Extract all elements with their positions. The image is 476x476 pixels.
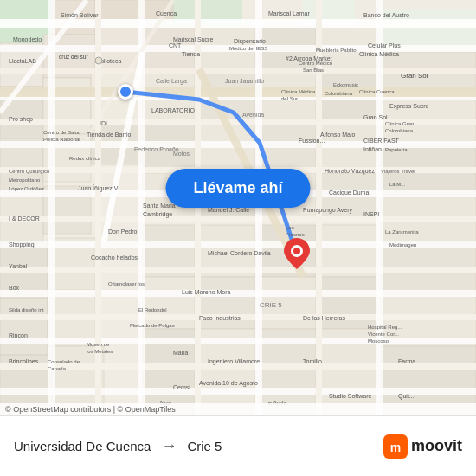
svg-point-184 — [95, 57, 102, 64]
map-background: Simón Bolívar Cuenca Mariscal Lamar Gran… — [0, 0, 476, 415]
svg-text:Centro Médico: Centro Médico — [299, 61, 333, 66]
svg-text:Avenida 10 de Agosto: Avenida 10 de Agosto — [199, 380, 258, 387]
svg-text:Clínica Médica: Clínica Médica — [281, 89, 316, 94]
svg-rect-75 — [0, 87, 476, 97]
moovit-logo-icon: m — [383, 434, 408, 459]
copyright-bar: © OpenStreetMap contributors | © OpenMap… — [0, 403, 476, 415]
svg-text:Gran Sol: Gran Sol — [401, 72, 428, 80]
svg-text:Metropolitano: Metropolitano — [9, 177, 41, 183]
svg-text:Alfonso Malo: Alfonso Malo — [320, 132, 356, 138]
svg-text:Box: Box — [9, 285, 20, 291]
svg-text:Tienda: Tienda — [182, 51, 200, 57]
svg-rect-50 — [320, 277, 376, 329]
svg-text:Los: Los — [286, 225, 294, 230]
svg-text:Luis Moreno Mora: Luis Moreno Mora — [182, 289, 231, 295]
svg-text:Mariscal Lamar: Mariscal Lamar — [268, 10, 311, 16]
svg-text:Cemsi: Cemsi — [173, 384, 190, 390]
bottom-bar: Universidad De Cuenca → Crie 5 m moovit — [0, 415, 476, 476]
svg-text:Vicente Cor...: Vicente Cor... — [368, 331, 399, 337]
svg-text:CRIE 5: CRIE 5 — [260, 301, 282, 309]
svg-text:I & DECOR: I & DECOR — [9, 215, 40, 222]
origin-marker — [118, 84, 133, 100]
svg-text:Ingeniero Villamore: Ingeniero Villamore — [208, 358, 260, 365]
svg-text:Centro Quirúrgico: Centro Quirúrgico — [9, 169, 50, 174]
svg-rect-69 — [0, 267, 476, 273]
svg-text:m: m — [390, 441, 401, 454]
svg-text:Policia Nacional: Policia Nacional — [43, 137, 80, 142]
svg-text:Canada: Canada — [48, 366, 67, 371]
moovit-logo: m moovit — [383, 434, 462, 459]
svg-text:Oftamolaser los: Oftamolaser los — [108, 281, 145, 286]
svg-rect-82 — [376, 0, 383, 415]
svg-text:Redux clínica: Redux clínica — [69, 156, 101, 161]
destination-marker — [284, 238, 310, 273]
route-from-label: Universidad De Cuenca — [14, 439, 151, 453]
svg-text:Simón Bolívar: Simón Bolívar — [61, 12, 99, 18]
svg-text:Pro shop: Pro shop — [9, 116, 33, 123]
svg-text:Banco del Austro: Banco del Austro — [363, 12, 409, 18]
copyright-text: © OpenStreetMap contributors | © OpenMap… — [5, 405, 176, 414]
svg-text:Express Sucre: Express Sucre — [389, 103, 429, 110]
svg-text:El Redondel: El Redondel — [138, 307, 167, 312]
svg-text:Juan Jaramillo: Juan Jaramillo — [225, 78, 264, 84]
svg-text:Museo de: Museo de — [87, 342, 110, 347]
svg-text:cruz del sur: cruz del sur — [59, 54, 88, 60]
svg-rect-73 — [0, 363, 476, 370]
svg-text:Gran Sol: Gran Sol — [363, 114, 388, 120]
svg-rect-70 — [0, 290, 476, 297]
svg-point-187 — [293, 248, 300, 254]
svg-text:Dispensario: Dispensario — [234, 38, 266, 45]
svg-text:San Blas: San Blas — [303, 68, 324, 73]
svg-text:Motos: Motos — [173, 151, 190, 157]
svg-text:Intiñan: Intiñan — [363, 146, 382, 152]
svg-text:Clínica Médica: Clínica Médica — [359, 51, 399, 57]
svg-text:Tomillo: Tomillo — [303, 358, 322, 364]
svg-text:Brincolines: Brincolines — [9, 358, 39, 364]
navigate-button[interactable]: Llévame ahí — [165, 169, 310, 208]
svg-text:Studio Software: Studio Software — [329, 393, 372, 399]
svg-text:LABORATORIO: LABORATORIO — [151, 107, 195, 113]
svg-text:De las Herreras: De las Herreras — [303, 315, 346, 321]
svg-text:INSPI: INSPI — [363, 211, 379, 217]
svg-rect-72 — [0, 338, 476, 344]
svg-text:Medimagen: Medimagen — [389, 242, 416, 248]
svg-text:Rincón: Rincón — [9, 332, 28, 338]
svg-rect-76 — [48, 0, 55, 415]
svg-rect-36 — [199, 277, 255, 329]
svg-text:Cambridge: Cambridge — [143, 211, 172, 218]
svg-text:Fresnos: Fresnos — [286, 232, 305, 237]
svg-text:Consulado de: Consulado de — [48, 359, 80, 364]
svg-text:Don Pedro: Don Pedro — [108, 228, 138, 235]
route-arrow-icon: → — [161, 437, 177, 455]
svg-text:Tienda de Barrio: Tienda de Barrio — [87, 132, 132, 138]
svg-text:Centro de Salud: Centro de Salud — [43, 130, 80, 135]
svg-text:Hospital Reg...: Hospital Reg... — [368, 325, 402, 330]
svg-text:Monodedo: Monodedo — [13, 36, 42, 42]
svg-text:Celular Plus: Celular Plus — [368, 42, 401, 48]
svg-text:Mariscal Sucre: Mariscal Sucre — [173, 36, 213, 42]
svg-text:LlactaLAB: LlactaLAB — [9, 58, 36, 64]
svg-text:Papelería: Papelería — [385, 147, 408, 152]
svg-text:Avenida: Avenida — [242, 112, 264, 118]
svg-text:CNT: CNT — [169, 42, 182, 48]
svg-text:Juan Íñiguez V.: Juan Íñiguez V. — [78, 184, 119, 192]
svg-text:Maria: Maria — [173, 350, 189, 356]
svg-rect-29 — [143, 277, 195, 329]
svg-text:Manuel J. Calle: Manuel J. Calle — [208, 207, 249, 213]
svg-text:Clínica Gran: Clínica Gran — [385, 121, 414, 126]
svg-text:Viajeros Travel: Viajeros Travel — [381, 169, 415, 174]
moovit-brand-text: moovit — [411, 437, 462, 455]
svg-text:Shopping: Shopping — [9, 241, 35, 248]
svg-text:Mercado de Pulgas: Mercado de Pulgas — [130, 323, 175, 328]
svg-text:Colombiana: Colombiana — [385, 128, 414, 133]
svg-text:Médico del IESS: Médico del IESS — [229, 46, 267, 51]
route-to-label: Crie 5 — [187, 439, 222, 453]
svg-text:Cuenca: Cuenca — [156, 10, 177, 16]
svg-text:Pumapungo Avery: Pumapungo Avery — [303, 207, 353, 214]
svg-text:Eckomusic: Eckomusic — [333, 82, 358, 87]
svg-text:Yanbal: Yanbal — [9, 263, 28, 269]
svg-text:Farma: Farma — [398, 358, 415, 364]
svg-text:Calle Larga: Calle Larga — [156, 78, 187, 85]
svg-rect-67 — [0, 216, 476, 222]
svg-text:López Ordóñez: López Ordóñez — [9, 186, 44, 191]
